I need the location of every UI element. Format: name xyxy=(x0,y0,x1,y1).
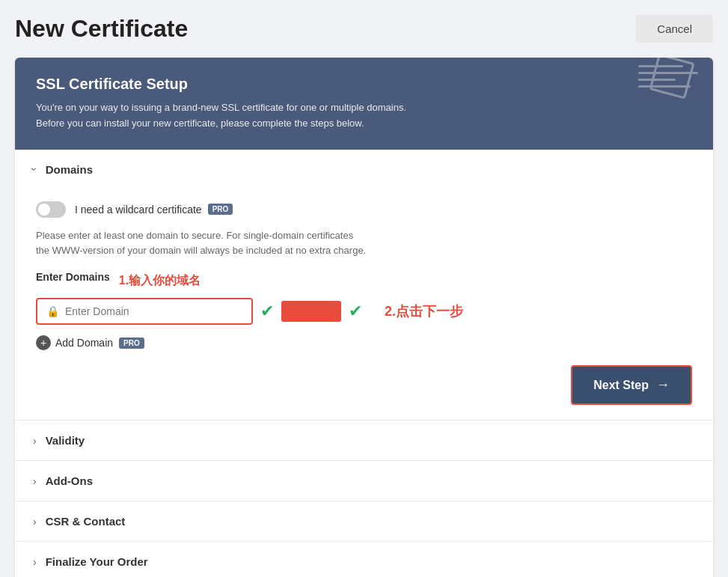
page-title: New Certificate xyxy=(15,15,188,43)
next-step-button[interactable]: Next Step → xyxy=(571,365,692,405)
addons-section-header[interactable]: › Add-Ons xyxy=(15,461,713,501)
page-header: New Certificate Cancel xyxy=(15,15,713,43)
domains-chevron-icon: › xyxy=(28,168,40,171)
domain-input-wrapper: 🔒 xyxy=(36,298,253,325)
ssl-banner-text: You're on your way to issuing a brand-ne… xyxy=(36,100,470,132)
next-step-label: Next Step xyxy=(593,379,649,392)
validity-section: › Validity xyxy=(15,421,713,461)
lock-icon: 🔒 xyxy=(46,305,59,317)
domain-input-row: 🔒 ✔ ✔ 2.点击下一步 xyxy=(36,298,692,325)
addons-chevron-icon: › xyxy=(33,475,37,487)
domain-input[interactable] xyxy=(65,305,242,317)
addons-section-title: Add-Ons xyxy=(46,474,93,487)
domains-section: › Domains I need a wildcard certificate … xyxy=(15,150,713,421)
main-card: SSL Certificate Setup You're on your way… xyxy=(15,58,713,577)
validity-section-header[interactable]: › Validity xyxy=(15,421,713,460)
annotation-2-text: 2.点击下一步 xyxy=(385,302,463,320)
wildcard-label: I need a wildcard certificate xyxy=(75,204,202,216)
domains-section-title: Domains xyxy=(46,163,93,176)
ssl-banner-title: SSL Certificate Setup xyxy=(36,76,692,93)
domains-section-header[interactable]: › Domains xyxy=(15,150,713,189)
wildcard-row: I need a wildcard certificate PRO xyxy=(36,201,692,218)
csr-section-header[interactable]: › CSR & Contact xyxy=(15,501,713,541)
domains-section-content: I need a wildcard certificate PRO Please… xyxy=(15,189,713,421)
red-bar-indicator xyxy=(281,301,341,322)
add-domain-label: Add Domain xyxy=(55,337,113,349)
finalize-chevron-icon: › xyxy=(33,556,37,568)
addons-section: › Add-Ons xyxy=(15,461,713,501)
domain-hint: Please enter at least one domain to secu… xyxy=(36,228,692,260)
enter-domains-label: Enter Domains xyxy=(36,271,110,283)
annotation-1-text: 1.输入你的域名 xyxy=(119,273,201,289)
finalize-section-title: Finalize Your Order xyxy=(46,555,148,568)
finalize-section: › Finalize Your Order xyxy=(15,542,713,577)
csr-section-title: CSR & Contact xyxy=(46,515,126,528)
csr-chevron-icon: › xyxy=(33,516,37,528)
add-domain-row: + Add Domain PRO xyxy=(36,335,692,350)
arrow-right-icon: → xyxy=(656,377,670,393)
ssl-banner: SSL Certificate Setup You're on your way… xyxy=(15,58,713,150)
wildcard-toggle[interactable] xyxy=(36,201,66,218)
ssl-banner-decoration xyxy=(638,65,698,92)
csr-section: › CSR & Contact xyxy=(15,501,713,542)
cancel-button[interactable]: Cancel xyxy=(636,15,713,43)
add-domain-button[interactable]: + Add Domain xyxy=(36,335,113,350)
check-icon-1: ✔ xyxy=(260,302,274,321)
validity-chevron-icon: › xyxy=(33,435,37,447)
wildcard-pro-badge: PRO xyxy=(208,204,233,215)
validity-section-title: Validity xyxy=(46,434,85,447)
check-icon-2: ✔ xyxy=(349,302,362,321)
next-step-row: Next Step → xyxy=(36,365,692,405)
add-domain-pro-badge: PRO xyxy=(119,338,144,349)
plus-circle-icon: + xyxy=(36,335,51,350)
finalize-section-header[interactable]: › Finalize Your Order xyxy=(15,542,713,577)
